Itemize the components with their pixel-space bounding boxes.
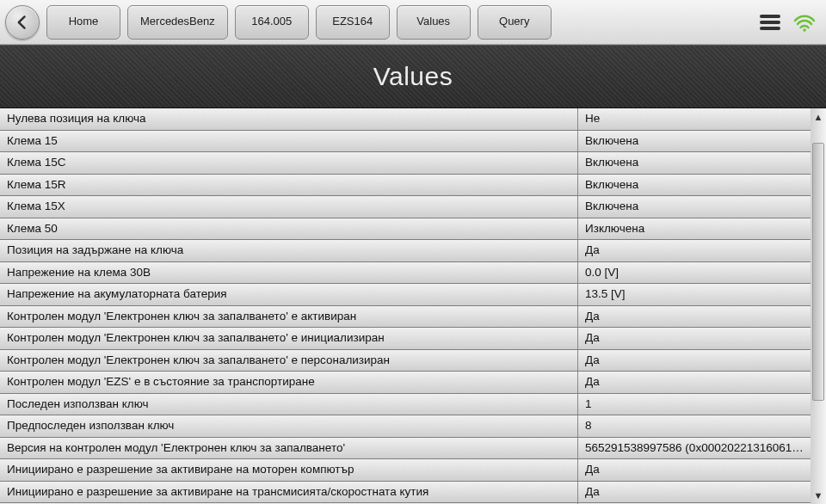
- breadcrumb-item-2[interactable]: 164.005: [235, 5, 309, 40]
- page-title: Values: [373, 62, 453, 91]
- row-value: Да: [578, 482, 811, 503]
- row-value: Включена: [578, 175, 811, 196]
- scrollbar[interactable]: ▲ ▼: [811, 108, 826, 504]
- table-row[interactable]: Контролен модул 'Електронен ключ за запа…: [0, 306, 811, 329]
- wifi-icon[interactable]: [793, 13, 816, 32]
- table-row[interactable]: Клема 50Изключена: [0, 218, 811, 241]
- table-row[interactable]: Клема 15XВключена: [0, 196, 811, 218]
- table-row[interactable]: Клема 15Включена: [0, 131, 811, 153]
- row-value: Включена: [578, 131, 811, 152]
- scroll-thumb[interactable]: [812, 143, 824, 401]
- table-row[interactable]: Инициирано е разрешение за активиране на…: [0, 482, 811, 504]
- breadcrumb-item-0[interactable]: Home: [46, 5, 120, 40]
- row-value: 8: [578, 415, 811, 437]
- table-row[interactable]: Версия на контролен модул 'Електронен кл…: [0, 438, 811, 460]
- table-row[interactable]: Нулева позиция на ключаНе: [0, 108, 811, 131]
- breadcrumb-item-1[interactable]: MercedesBenz: [127, 5, 228, 40]
- page-title-band: Values: [0, 45, 826, 108]
- breadcrumb-item-3[interactable]: EZS164: [316, 5, 390, 40]
- row-label: Клема 50: [0, 218, 578, 240]
- row-value: 1: [578, 394, 811, 415]
- row-value: Не: [578, 108, 811, 130]
- svg-point-3: [803, 28, 806, 32]
- table-row[interactable]: Контролен модул 'EZS' е в състояние за т…: [0, 372, 811, 394]
- row-label: Клема 15: [0, 131, 578, 152]
- breadcrumb-item-5[interactable]: Query: [478, 5, 552, 40]
- row-value: Да: [578, 328, 811, 349]
- breadcrumb-item-4[interactable]: Values: [397, 5, 471, 40]
- table-row[interactable]: Клема 15CВключена: [0, 152, 811, 175]
- table-row[interactable]: Позиция на задържане на ключаДа: [0, 240, 811, 262]
- scroll-up-icon[interactable]: ▲: [811, 108, 826, 126]
- row-label: Напрежение на акумулаторната батерия: [0, 284, 578, 305]
- row-value: 565291538997586 (0x0002022131606152): [578, 438, 811, 459]
- row-label: Контролен модул 'Електронен ключ за запа…: [0, 306, 578, 328]
- row-label: Позиция на задържане на ключа: [0, 240, 578, 261]
- row-label: Последен използван ключ: [0, 394, 578, 415]
- row-label: Инициирано е разрешение за активиране на…: [0, 459, 578, 481]
- values-table[interactable]: Нулева позиция на ключаНеКлема 15Включен…: [0, 108, 811, 504]
- back-button[interactable]: [5, 5, 40, 40]
- row-value: Да: [578, 350, 811, 372]
- row-value: 0.0 [V]: [578, 262, 811, 284]
- scroll-down-icon[interactable]: ▼: [811, 487, 826, 504]
- menu-icon[interactable]: [759, 13, 781, 32]
- row-value: Да: [578, 240, 811, 261]
- row-value: 13.5 [V]: [578, 284, 811, 305]
- arrow-left-icon: [14, 14, 31, 31]
- table-row[interactable]: Инициирано е разрешение за активиране на…: [0, 459, 811, 482]
- row-label: Версия на контролен модул 'Електронен кл…: [0, 438, 578, 459]
- row-label: Контролен модул 'Електронен ключ за запа…: [0, 328, 578, 349]
- table-row[interactable]: Контролен модул 'Електронен ключ за запа…: [0, 328, 811, 350]
- row-value: Да: [578, 306, 811, 328]
- row-value: Включена: [578, 152, 811, 174]
- row-label: Напрежение на клема 30B: [0, 262, 578, 284]
- row-label: Контролен модул 'EZS' е в състояние за т…: [0, 372, 578, 393]
- row-label: Клема 15X: [0, 196, 578, 218]
- top-toolbar: HomeMercedesBenz164.005EZS164ValuesQuery: [0, 0, 826, 45]
- row-label: Клема 15R: [0, 175, 578, 196]
- table-row[interactable]: Контролен модул 'Електронен ключ за запа…: [0, 350, 811, 372]
- row-value: Изключена: [578, 218, 811, 240]
- table-row[interactable]: Клема 15RВключена: [0, 175, 811, 197]
- row-value: Включена: [578, 196, 811, 218]
- row-label: Предпоследен използван ключ: [0, 415, 578, 437]
- table-row[interactable]: Напрежение на клема 30B0.0 [V]: [0, 262, 811, 285]
- table-row[interactable]: Предпоследен използван ключ8: [0, 415, 811, 438]
- row-value: Да: [578, 372, 811, 393]
- breadcrumb: HomeMercedesBenz164.005EZS164ValuesQuery: [46, 5, 552, 40]
- row-label: Клема 15C: [0, 152, 578, 174]
- table-row[interactable]: Последен използван ключ1: [0, 394, 811, 416]
- row-value: Да: [578, 459, 811, 481]
- row-label: Нулева позиция на ключа: [0, 108, 578, 130]
- row-label: Контролен модул 'Електронен ключ за запа…: [0, 350, 578, 372]
- table-row[interactable]: Напрежение на акумулаторната батерия13.5…: [0, 284, 811, 306]
- row-label: Инициирано е разрешение за активиране на…: [0, 482, 578, 503]
- content-area: Нулева позиция на ключаНеКлема 15Включен…: [0, 108, 826, 504]
